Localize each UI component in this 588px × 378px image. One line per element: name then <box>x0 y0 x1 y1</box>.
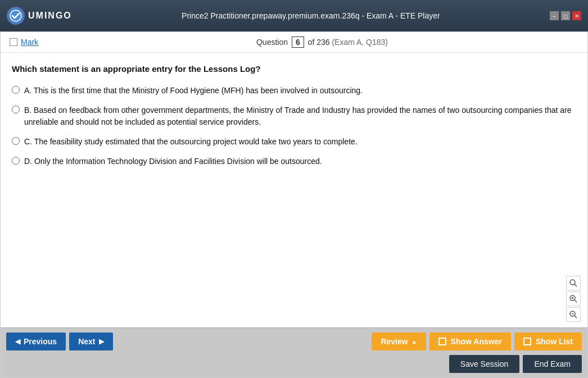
review-arrow-icon: ▲ <box>411 339 417 345</box>
question-header: Mark Question 6 of 236 (Exam A, Q183) <box>1 32 587 53</box>
main-container: Mark Question 6 of 236 (Exam A, Q183) Wh… <box>0 31 588 378</box>
zoom-controls <box>566 276 581 322</box>
option-c[interactable]: C. The feasibility study estimated that … <box>12 136 576 148</box>
radio-d[interactable] <box>12 157 20 165</box>
show-answer-label: Show Answer <box>451 337 502 346</box>
save-session-button[interactable]: Save Session <box>449 355 520 373</box>
restore-button[interactable]: ◻ <box>561 11 570 20</box>
radio-a[interactable] <box>12 86 20 94</box>
show-list-checkbox-icon <box>523 338 531 345</box>
question-number-area: Question 6 of 236 (Exam A, Q183) <box>66 37 578 48</box>
bottom-row2: Save Session End Exam <box>1 355 587 377</box>
option-b[interactable]: B. Based on feedback from other governme… <box>12 104 576 128</box>
zoom-in-button[interactable] <box>566 292 581 306</box>
radio-c[interactable] <box>12 137 20 145</box>
search-icon <box>569 279 578 288</box>
previous-label: Previous <box>24 337 57 346</box>
window-controls: – ◻ ✕ <box>550 11 581 20</box>
show-list-label: Show List <box>536 337 573 346</box>
show-list-button[interactable]: Show List <box>514 333 582 350</box>
prev-arrow-icon: ◀ <box>15 338 20 345</box>
title-bar: UMINGO Prince2 Practitioner.prepaway.pre… <box>0 0 588 31</box>
window-title: Prince2 Practitioner.prepaway.premium.ex… <box>72 11 550 20</box>
mark-label[interactable]: Mark <box>21 38 38 47</box>
previous-button[interactable]: ◀ Previous <box>6 333 66 350</box>
close-button[interactable]: ✕ <box>572 11 581 20</box>
svg-line-8 <box>575 316 577 318</box>
mark-checkbox[interactable] <box>10 38 17 46</box>
option-d[interactable]: D. Only the Information Technology Divis… <box>12 156 576 167</box>
svg-point-1 <box>570 280 575 285</box>
option-b-text: B. Based on feedback from other governme… <box>24 104 576 128</box>
next-arrow-icon: ▶ <box>99 338 104 345</box>
review-label: Review <box>381 337 408 346</box>
question-text: Which statement is an appropriate entry … <box>12 64 576 74</box>
logo-icon <box>7 7 25 25</box>
question-label: Question <box>256 38 288 47</box>
search-button[interactable] <box>566 276 581 290</box>
minimize-button[interactable]: – <box>550 11 559 20</box>
question-of: of 236 <box>308 38 330 47</box>
option-d-text: D. Only the Information Technology Divis… <box>24 156 322 167</box>
review-button[interactable]: Review ▲ <box>372 333 426 350</box>
logo-area: UMINGO <box>7 7 72 25</box>
next-button[interactable]: Next ▶ <box>69 333 112 350</box>
logo-text: UMINGO <box>28 11 72 21</box>
next-label: Next <box>78 337 95 346</box>
bottom-toolbar: ◀ Previous Next ▶ Review ▲ Show Answer S… <box>1 327 587 355</box>
option-c-text: C. The feasibility study estimated that … <box>24 136 358 148</box>
zoom-out-icon <box>569 310 578 319</box>
radio-b[interactable] <box>12 106 20 113</box>
option-a[interactable]: A. This is the first time that the Minis… <box>12 85 576 97</box>
question-number-box: 6 <box>292 37 304 48</box>
show-answer-checkbox-icon <box>438 338 446 345</box>
question-detail: (Exam A, Q183) <box>332 38 388 47</box>
question-content: Which statement is an appropriate entry … <box>1 53 587 327</box>
show-answer-button[interactable]: Show Answer <box>429 333 511 350</box>
svg-line-4 <box>575 300 577 302</box>
zoom-in-icon <box>569 294 578 303</box>
mark-area: Mark <box>10 38 66 47</box>
svg-line-2 <box>575 284 577 286</box>
zoom-out-button[interactable] <box>566 307 581 322</box>
end-exam-button[interactable]: End Exam <box>523 355 582 373</box>
option-a-text: A. This is the first time that the Minis… <box>24 85 363 97</box>
